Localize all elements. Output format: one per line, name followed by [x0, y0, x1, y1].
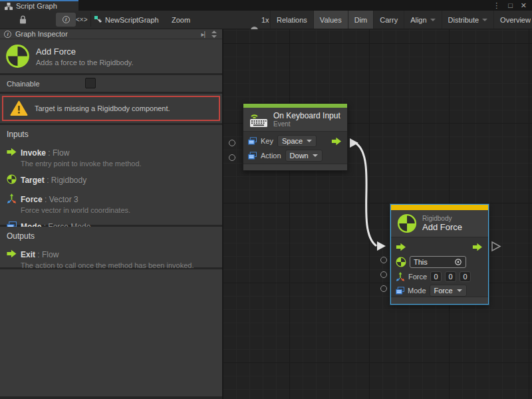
flow-output-port-empty[interactable]: [492, 242, 500, 251]
node-header[interactable]: On Keyboard Input Event: [243, 108, 347, 131]
align-button[interactable]: Align: [404, 11, 441, 29]
mode-dropdown[interactable]: Force: [430, 285, 467, 297]
port-name: Exit: [21, 250, 35, 259]
port-name: Target: [21, 176, 45, 185]
inputs-section: Inputs Invoke : Flow The entry point to …: [0, 125, 222, 225]
value-input-port[interactable]: [229, 154, 235, 161]
values-button[interactable]: Values: [313, 11, 348, 29]
node-title: Add Force: [422, 222, 462, 232]
node-subtitle: Event: [273, 120, 340, 128]
maximize-icon[interactable]: □: [504, 1, 517, 9]
node-header[interactable]: Rigidbody Add Force: [391, 210, 488, 237]
carry-button[interactable]: Carry: [373, 11, 404, 29]
chainable-label: Chainable: [7, 80, 40, 88]
toolbar-separator: [90, 13, 91, 27]
value-input-port[interactable]: [380, 285, 387, 292]
value-input-port[interactable]: [380, 257, 387, 263]
distribute-label: Distribute: [448, 16, 479, 24]
port-item-text: Target : Rigidbody: [21, 174, 86, 187]
vector3-icon: [396, 272, 405, 281]
node-supertitle: Rigidbody: [422, 215, 462, 222]
value-input-port[interactable]: [380, 271, 387, 278]
chevron-down-icon: [430, 19, 436, 21]
value-input-port[interactable]: [229, 140, 235, 146]
port-separator: :: [35, 250, 42, 259]
align-label: Align: [410, 16, 426, 24]
keyboard-icon: [249, 112, 268, 128]
force-row: Force 0 0 0: [391, 269, 488, 283]
flow-arrow-icon: [7, 146, 21, 168]
graph-inspector-panel: i Graph Inspector ▸| Add Force Adds a fo…: [0, 29, 223, 399]
enum-icon: [248, 152, 257, 160]
unit-description: Adds a force to the Rigidbody.: [36, 59, 134, 66]
tab-title: Script Graph: [16, 2, 57, 10]
outputs-header: Outputs: [7, 231, 215, 241]
flow-output-port-connected[interactable]: [350, 138, 358, 148]
overview-button[interactable]: Overview: [493, 11, 532, 29]
lock-button[interactable]: [19, 11, 27, 29]
window-controls: ⋮ □ ✕: [489, 0, 531, 11]
menu-icon[interactable]: ⋮: [489, 1, 504, 10]
port-item-text: Invoke : Flow The entry point to invoke …: [21, 146, 142, 168]
tab-script-graph[interactable]: Script Graph: [0, 0, 78, 11]
graph-inspector-header: i Graph Inspector ▸|: [0, 29, 222, 39]
chevron-down-icon: [313, 154, 318, 157]
mode-value: Force: [434, 287, 453, 295]
flow-row: [391, 239, 488, 255]
chainable-checkbox[interactable]: [85, 78, 96, 88]
port-item-exit: Exit : Flow The action to call once the …: [7, 248, 215, 269]
port-description: The entry point to invoke the method.: [21, 160, 142, 168]
flow-arrow-icon: [7, 248, 21, 269]
flow-input-port-connected[interactable]: [377, 241, 386, 251]
key-row: Key Space: [243, 134, 347, 148]
graph-inspector-title: Graph Inspector: [15, 30, 201, 38]
node-on-keyboard-input[interactable]: On Keyboard Input Event Key Space: [243, 103, 348, 171]
unit-summary-text: Add Force Adds a force to the Rigidbody.: [36, 47, 134, 66]
port-separator: :: [43, 195, 49, 204]
force-label: Force: [408, 273, 427, 281]
port-description: The action to call once the method has b…: [21, 261, 194, 269]
node-body: This Force 0: [391, 237, 488, 297]
force-z-input[interactable]: 0: [460, 271, 471, 282]
target-object-field[interactable]: This: [410, 256, 466, 268]
vector3-icon: [7, 193, 21, 214]
node-rigidbody-add-force[interactable]: Rigidbody Add Force: [390, 204, 489, 305]
action-label: Action: [261, 152, 281, 160]
panel-scroll-arrows[interactable]: [211, 31, 217, 38]
key-dropdown[interactable]: Space: [277, 135, 317, 147]
port-description: Force vector in world coordinates.: [21, 206, 130, 214]
key-value: Space: [282, 137, 303, 145]
action-value: Down: [290, 152, 309, 160]
inspector-toggle-button[interactable]: i: [56, 13, 76, 27]
panel-dock-icon[interactable]: ▸|: [201, 31, 205, 38]
flow-arrow-icon: [331, 137, 342, 146]
force-y-input[interactable]: 0: [445, 271, 456, 282]
flow-connection-wire[interactable]: [356, 144, 376, 245]
port-name: Invoke: [21, 148, 46, 158]
object-picker-icon[interactable]: [454, 258, 462, 266]
flow-arrow-icon: [396, 243, 407, 251]
action-dropdown[interactable]: Down: [285, 150, 323, 162]
graph-canvas[interactable]: On Keyboard Input Event Key Space: [223, 29, 532, 399]
close-icon[interactable]: ✕: [517, 1, 531, 10]
scroll-down-icon[interactable]: [211, 35, 217, 38]
port-type: Flow: [42, 250, 59, 259]
node-titles: On Keyboard Input Event: [273, 111, 340, 128]
toolbar-buttons: Relations Values Dim Carry Align Distrib…: [270, 11, 532, 29]
port-item-force: Force : Vector 3 Force vector in world c…: [7, 193, 215, 214]
target-row: This: [391, 255, 488, 269]
port-item-invoke: Invoke : Flow The entry point to invoke …: [7, 146, 215, 168]
warning-section: Target is missing a Rigidbody component.: [0, 94, 222, 123]
port-type: Rigidbody: [51, 176, 86, 185]
force-x-input[interactable]: 0: [430, 271, 442, 282]
distribute-button[interactable]: Distribute: [442, 11, 493, 29]
dim-button[interactable]: Dim: [348, 11, 374, 29]
relations-button[interactable]: Relations: [270, 11, 313, 29]
angle-x-icon: <×>: [76, 16, 88, 23]
node-title: On Keyboard Input: [273, 111, 340, 120]
code-preview-button[interactable]: <×>: [76, 11, 88, 29]
info-icon: i: [63, 16, 70, 23]
scroll-up-icon[interactable]: [211, 31, 217, 33]
graph-name-label[interactable]: NewScriptGraph: [105, 11, 159, 29]
enum-icon: [248, 137, 257, 145]
